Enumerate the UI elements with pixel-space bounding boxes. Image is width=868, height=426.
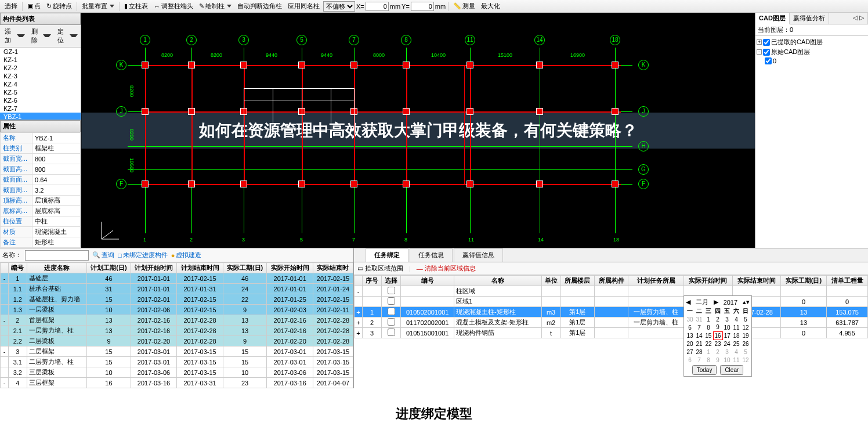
rotate-point-tool[interactable]: ↻ 旋转点: [44, 1, 74, 11]
dp-day[interactable]: 12: [741, 323, 750, 331]
dp-day[interactable]: 10: [722, 323, 732, 331]
name-input[interactable]: [25, 250, 89, 261]
table-row[interactable]: -1基础层462017-01-012017-02-15462017-01-012…: [1, 273, 353, 284]
next-month-icon[interactable]: ▶: [714, 298, 718, 306]
list-item[interactable]: KZ-2: [0, 64, 81, 72]
add-btn[interactable]: 添加: [1, 26, 27, 46]
column-marker[interactable]: [536, 62, 543, 68]
tab-cad-layer[interactable]: CAD图层: [755, 13, 790, 24]
del-btn[interactable]: 删除: [28, 26, 53, 46]
column-marker[interactable]: [298, 62, 305, 68]
cad-viewport[interactable]: 如何在资源管理中高效获取大掌门甲级装备，有何关键策略？ 123578111418…: [81, 13, 755, 248]
dp-day[interactable]: 11: [732, 323, 741, 331]
select-tool[interactable]: 选择: [2, 1, 20, 11]
dp-today-btn[interactable]: Today: [692, 365, 717, 375]
prop-row[interactable]: 柱类别框架柱: [1, 143, 81, 154]
prop-row[interactable]: 顶标高...层顶标高: [1, 196, 81, 206]
dp-grid[interactable]: 一二三四五六日303112345678910111213141516171819…: [685, 307, 750, 364]
adjust-end[interactable]: ↔ 调整柱端头: [151, 1, 196, 11]
date-picker[interactable]: ◀ 二月 ▶ 2017 ▴▾ 一二三四五六日303112345678910111…: [683, 295, 752, 377]
dp-day[interactable]: 24: [722, 340, 732, 348]
list-item[interactable]: KZ-1: [0, 56, 81, 64]
column-marker[interactable]: [350, 62, 357, 68]
year-spin-icon[interactable]: ▴▾: [743, 298, 750, 306]
dp-day[interactable]: 16: [713, 331, 722, 340]
dp-day[interactable]: 15: [704, 331, 713, 340]
table-row[interactable]: 1.2基础层柱、剪力墙152017-02-012017-02-15222017-…: [1, 294, 353, 305]
dp-day[interactable]: 23: [713, 340, 722, 348]
offset-select[interactable]: 不偏移: [323, 1, 355, 12]
dp-day[interactable]: 7: [695, 356, 704, 364]
table-row[interactable]: 1.1桩承台基础312017-01-012017-01-31242017-01-…: [1, 284, 353, 294]
column-marker[interactable]: [612, 180, 619, 187]
query-btn[interactable]: 🔍 查询: [92, 251, 114, 259]
prop-row[interactable]: 截面面...0.64: [1, 175, 81, 185]
table-row[interactable]: -3二层框架152017-03-012017-03-15152017-03-01…: [1, 346, 353, 357]
table-row[interactable]: +3010515001001现浇构件钢筋t第1层04.955: [355, 328, 868, 338]
dp-day[interactable]: 9: [713, 323, 722, 331]
prop-row[interactable]: 材质现浇混凝土: [1, 227, 81, 237]
dp-day[interactable]: 8: [704, 323, 713, 331]
table-row[interactable]: 2.2二层梁板92017-02-202017-02-2892017-02-202…: [1, 336, 353, 346]
prop-row[interactable]: 柱位置中柱: [1, 216, 81, 227]
table-row[interactable]: 3.2三层梁板102017-03-062017-03-15102017-03-0…: [1, 367, 353, 378]
dp-day[interactable]: 21: [695, 340, 704, 348]
tree-item[interactable]: +已提取的CAD图层: [757, 37, 867, 47]
list-item[interactable]: KZ-5: [0, 88, 81, 96]
tree-checkbox[interactable]: [765, 57, 772, 64]
dp-day[interactable]: 14: [695, 331, 704, 340]
tab-task-bind[interactable]: 任务绑定: [366, 248, 408, 262]
expand-icon[interactable]: -: [757, 49, 762, 55]
dp-day[interactable]: 1: [704, 315, 713, 323]
table-row[interactable]: -柱区域: [355, 286, 868, 297]
schedule-table[interactable]: 编号进度名称计划工期(日)计划开始时间计划结束时间实际工期(日)实际开始时间实际…: [0, 262, 353, 388]
table-row[interactable]: -2首层框架132017-02-162017-02-28132017-02-16…: [1, 315, 353, 326]
column-marker[interactable]: [350, 180, 357, 187]
table-row[interactable]: 1.3一层梁板102017-02-062017-02-1592017-02-03…: [1, 305, 353, 315]
dp-day[interactable]: 6: [685, 323, 695, 331]
dp-day[interactable]: 11: [732, 356, 741, 364]
dp-day[interactable]: 7: [695, 323, 704, 331]
tree-item[interactable]: 0: [757, 57, 867, 65]
dp-month[interactable]: 二月: [696, 298, 708, 306]
table-row[interactable]: 4.1三层剪力墙、柱162017-03-162017-03-31232017-0…: [1, 388, 353, 389]
table-row[interactable]: -4三层框架162017-03-162017-03-31232017-03-16…: [1, 378, 353, 388]
list-item[interactable]: KZ-6: [0, 96, 81, 104]
column-marker[interactable]: [188, 180, 195, 187]
table-row[interactable]: 3.1二层剪力墙、柱152017-03-012017-03-15152017-0…: [1, 357, 353, 367]
column-marker[interactable]: [240, 180, 247, 187]
prop-row[interactable]: 截面宽...800: [1, 154, 81, 164]
column-marker[interactable]: [240, 62, 247, 68]
column-marker[interactable]: [188, 108, 195, 115]
column-marker[interactable]: [536, 180, 543, 187]
dp-day[interactable]: 2: [713, 348, 722, 356]
dp-day[interactable]: 9: [713, 356, 722, 364]
dp-day[interactable]: 6: [685, 356, 695, 364]
tab-earned-info[interactable]: 赢得值信息: [454, 248, 503, 262]
column-marker[interactable]: [188, 62, 195, 68]
tab-nav-arrows[interactable]: ◁ ▷: [849, 13, 868, 24]
row-checkbox[interactable]: [388, 287, 395, 294]
dp-day[interactable]: 20: [685, 340, 695, 348]
tree-checkbox[interactable]: [763, 49, 770, 56]
dp-day[interactable]: 2: [713, 315, 722, 323]
dp-day[interactable]: 31: [695, 315, 704, 323]
batch-place[interactable]: 批量布置: [79, 1, 117, 11]
dp-day[interactable]: 8: [704, 356, 713, 364]
table-row[interactable]: +1010502001001现浇混凝土柱-矩形柱m3第1层一层剪力墙、柱2017…: [355, 307, 868, 317]
dp-day[interactable]: 4: [732, 315, 741, 323]
column-marker[interactable]: [466, 62, 473, 68]
dp-day[interactable]: 4: [732, 348, 741, 356]
component-list[interactable]: GZ-1KZ-1KZ-2KZ-3KZ-4KZ-5KZ-6KZ-7YBZ-1Z-1: [0, 48, 81, 120]
dp-day[interactable]: 22: [704, 340, 713, 348]
auto-edge[interactable]: 自动判断边角柱: [235, 1, 284, 11]
row-checkbox[interactable]: [388, 318, 395, 326]
list-item[interactable]: KZ-3: [0, 72, 81, 80]
layer-tree[interactable]: +已提取的CAD图层-原始CAD图层0: [755, 36, 868, 248]
expand-icon[interactable]: +: [757, 39, 762, 45]
tab-earned-value[interactable]: 赢得值分析: [790, 13, 829, 24]
unbound-btn[interactable]: □ 未绑定进度构件: [118, 251, 168, 259]
column-marker[interactable]: [142, 108, 149, 115]
column-marker[interactable]: [612, 108, 619, 115]
table-row[interactable]: +2011702002001混凝土模板及支架-矩形柱m2第1层一层剪力墙、柱13…: [355, 317, 868, 328]
